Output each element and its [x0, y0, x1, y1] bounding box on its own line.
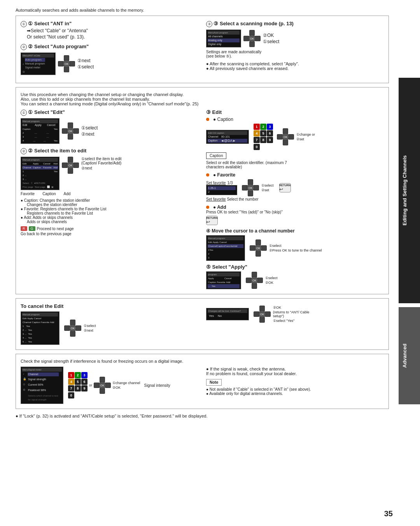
caption-bullet: ● Caption: Changes the station identifie… [21, 198, 198, 203]
cancel-next: ②next [84, 329, 96, 332]
sig-numpad-9[interactable]: 9 [81, 385, 88, 391]
dpad-cancel-right[interactable] [76, 325, 81, 331]
dpad-step5[interactable]: OK [246, 272, 263, 289]
no-option[interactable]: No [218, 314, 222, 318]
caption-row: ● Caption [206, 117, 384, 122]
cancel-header2: ChannelCaptionFavoriteAdd [22, 320, 58, 324]
dpad-s2-2-down[interactable] [68, 168, 73, 174]
sig-numpad-2[interactable]: 2 [75, 372, 81, 378]
screen-set-fav: 1 26-1 2 [206, 185, 237, 195]
section4-right: ● If the signal is weak, check the anten… [206, 367, 384, 404]
dpad-s2-1-right[interactable] [74, 128, 79, 134]
dpad-s5-ok[interactable]: OK [250, 276, 258, 284]
dpad-s4-down[interactable] [256, 251, 261, 257]
s2-step2-title: ② ② Select the item to edit [21, 148, 198, 154]
dpad-sig-ok[interactable]: OK [98, 381, 106, 389]
numpad-3[interactable]: 3 [267, 124, 273, 130]
section2-left: ① ① Select "Edit" Manual program Edit Ap… [21, 109, 198, 289]
step5-ok: ②OK [265, 281, 278, 285]
step2-block: ② ② Select "Auto program" Menu ANT in Cb… [21, 44, 198, 75]
step4-row3: 2 [208, 252, 243, 256]
item-edit-nav: Select⇧●RETURN [22, 181, 58, 185]
dpad3-right[interactable] [255, 36, 261, 41]
section2-intro: Use this procedure when changing the cha… [21, 92, 384, 106]
sig-numpad-7[interactable]: 7 [68, 385, 74, 391]
numpad-2[interactable]: 2 [260, 124, 266, 130]
r-button[interactable]: R [21, 226, 27, 231]
dpad1-right[interactable] [70, 61, 75, 66]
sig-numpad-6[interactable]: 6 [81, 379, 88, 385]
sig-numpad-4[interactable]: 4 [68, 379, 74, 385]
dpad-s5-down[interactable] [252, 283, 257, 289]
dpad-cap-down[interactable] [283, 140, 288, 145]
numpad-8[interactable]: 8 [260, 137, 266, 143]
s2-step1-label: ① Select "Edit" [28, 109, 65, 115]
dpad-s2-1-down[interactable] [68, 134, 73, 140]
dpad-ch-right[interactable] [265, 311, 271, 317]
dpad-s2-1[interactable]: OK [62, 122, 79, 140]
numpad-4[interactable]: 4 [254, 130, 260, 136]
fav-labels: ①select ②set [261, 183, 274, 192]
step4-row2: 1Yes [208, 248, 243, 252]
dpad-sig-right[interactable] [105, 383, 111, 388]
signal-bullet1: ● If the signal is weak, check the anten… [206, 367, 384, 371]
signal-content: Channel Signal strength Current 90% Peak… [28, 372, 59, 402]
s2-step5-title: ⑤ Select "Apply" [206, 264, 384, 270]
dpad-s5-right[interactable] [257, 278, 263, 283]
dpad1[interactable]: OK [58, 55, 75, 72]
g-button[interactable]: G [29, 226, 35, 231]
sig-numpad-5[interactable]: 5 [75, 379, 81, 385]
dpad-cancel-ok[interactable]: OK [69, 324, 77, 332]
yes-option[interactable]: Yes [209, 314, 214, 318]
dpad-s2-2[interactable]: OK [62, 157, 79, 174]
dpad-caption[interactable]: OK [277, 128, 294, 145]
sig-numpad-0[interactable]: 0 [68, 392, 74, 398]
manual-row4: 4........Yes [22, 139, 58, 143]
set-fav-area: Set favorite 1/3 1 26-1 2 [206, 181, 237, 195]
dpad3-down[interactable] [249, 42, 255, 47]
dpad-s4-right[interactable] [261, 245, 267, 251]
manual-row2: 2........ [22, 131, 58, 135]
return-btn-fav[interactable]: RETURN ↩ [279, 183, 291, 192]
dpad1-down[interactable] [64, 67, 69, 72]
dpad-step4[interactable]: OK [250, 239, 267, 257]
dpad-ch-down[interactable] [259, 317, 265, 323]
numpad-6[interactable]: 6 [267, 130, 273, 136]
dpad-s4-ok[interactable]: OK [254, 244, 262, 252]
add-section: ● Add Press OK to select "Yes (add)" or … [206, 204, 384, 225]
screen-step5: program Apply Cancel CaptionFavoriteAdd … [206, 271, 241, 289]
dpad-cap-right[interactable] [289, 134, 294, 140]
dpad3-ok[interactable]: OK [248, 35, 256, 42]
dpad-changes[interactable]: OK [254, 306, 271, 323]
dpad-fav-down[interactable] [248, 191, 253, 196]
dpad-signal[interactable]: OK [94, 377, 111, 394]
screen1-bottom: ⊙ [22, 70, 54, 74]
numpad-7[interactable]: 7 [254, 137, 260, 143]
dpad-cancel-down[interactable] [70, 331, 75, 337]
dpad-s2-2-ok[interactable]: OK [66, 161, 74, 169]
sig-numpad-3[interactable]: 3 [81, 372, 88, 378]
numpad-5[interactable]: 5 [260, 130, 266, 136]
numpad-caption: 1 2 3 4 5 6 7 8 9 [254, 124, 273, 150]
dpad3[interactable]: OK [243, 30, 261, 47]
sig-numpad-1[interactable]: 1 [68, 372, 74, 378]
channel-val: 80-101 [221, 135, 230, 139]
dpad-fav-right[interactable] [254, 185, 259, 190]
dpad-fav[interactable]: OK [242, 179, 259, 196]
dpad-cap-ok[interactable]: OK [282, 133, 289, 141]
dpad1-ok[interactable]: OK [63, 60, 70, 68]
return-btn-add[interactable]: RETURN ↩ [206, 216, 218, 225]
dpad-sig-down[interactable] [100, 388, 105, 394]
dpad-fav-ok[interactable]: OK [247, 184, 254, 192]
dpad-cancel[interactable]: OK [64, 320, 81, 337]
dpad-s2-1-ok[interactable]: OK [66, 127, 74, 135]
add-bullet: ● Add: Adds or skips channels [21, 215, 198, 220]
step2-title: ② ② Select "Auto program" [21, 44, 198, 50]
sig-numpad-8[interactable]: 8 [75, 385, 81, 391]
dpad-ch-ok[interactable]: OK [258, 310, 266, 318]
step3-title: ③ ③ Select a scanning mode (p. 13) [206, 21, 384, 27]
numpad-1[interactable]: 1 [254, 124, 260, 130]
dpad-s2-2-right[interactable] [74, 163, 79, 168]
numpad-9[interactable]: 9 [267, 137, 273, 143]
numpad-0[interactable]: 0 [254, 144, 260, 150]
